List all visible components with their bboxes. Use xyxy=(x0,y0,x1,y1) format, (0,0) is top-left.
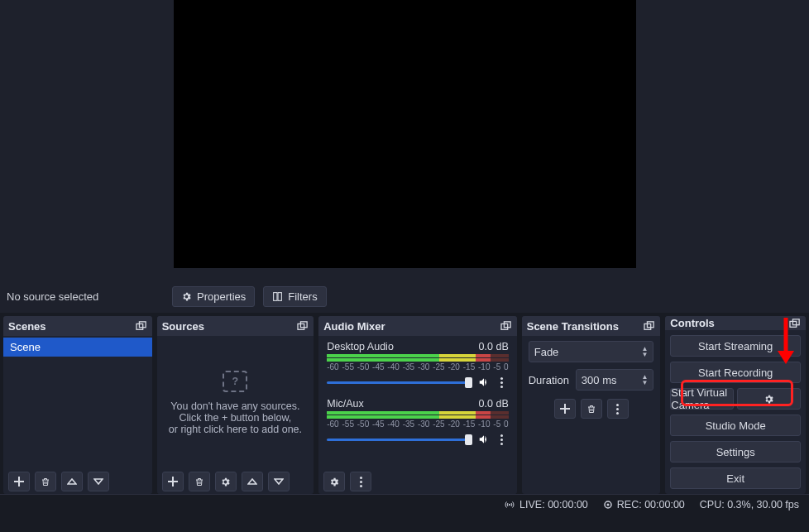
add-transition-button[interactable] xyxy=(554,399,576,419)
start-recording-button[interactable]: Start Recording xyxy=(670,362,801,383)
add-scene-button[interactable] xyxy=(8,472,30,491)
duration-row: Duration 300 ms ▲▼ xyxy=(529,369,654,391)
scenes-panel: Scenes Scene xyxy=(3,316,152,494)
sources-empty-line: Click the + button below, xyxy=(169,412,302,424)
vu-meter: -60-55-50-45-40-35-30-25-20-15-10-50 xyxy=(327,411,509,429)
start-streaming-button[interactable]: Start Streaming xyxy=(670,335,801,357)
channel-name: Mic/Aux xyxy=(327,398,363,410)
controls-list: Start Streaming Start Recording Start Vi… xyxy=(665,330,806,494)
channel-level: 0.0 dB xyxy=(479,341,509,352)
status-cpu: CPU: 0.3%, 30.00 fps xyxy=(700,499,799,510)
channel-menu-button[interactable] xyxy=(495,377,509,388)
source-down-button[interactable] xyxy=(268,472,290,491)
scenes-header: Scenes xyxy=(3,316,152,336)
speaker-icon[interactable] xyxy=(477,434,491,445)
scene-up-button[interactable] xyxy=(61,472,83,491)
transitions-header: Scene Transitions xyxy=(522,316,661,336)
mixer-body: Desktop Audio 0.0 dB -60-55-50-45-40-35-… xyxy=(318,336,517,469)
sources-header: Sources xyxy=(157,316,314,336)
sources-empty-line: or right click here to add one. xyxy=(169,424,302,435)
source-properties-button[interactable] xyxy=(215,472,237,491)
remove-transition-button[interactable] xyxy=(581,399,602,419)
transition-select[interactable]: Fade ▲▼ xyxy=(529,341,654,362)
controls-title: Controls xyxy=(670,317,714,329)
channel-level: 0.0 dB xyxy=(479,398,509,410)
scene-down-button[interactable] xyxy=(88,472,109,491)
preview-canvas[interactable] xyxy=(174,0,636,268)
audio-mixer-panel: Audio Mixer Desktop Audio 0.0 dB -60-55-… xyxy=(318,316,517,494)
sources-footer xyxy=(157,469,314,494)
mixer-channel-mic: Mic/Aux 0.0 dB -60-55-50-45-40-35-30-25-… xyxy=(318,395,517,445)
status-live: LIVE: 00:00:00 xyxy=(504,499,588,510)
scene-item[interactable]: Scene xyxy=(3,338,152,357)
mixer-title: Audio Mixer xyxy=(323,320,385,333)
sources-list[interactable]: ? You don't have any sources. Click the … xyxy=(157,336,314,469)
svg-point-12 xyxy=(509,504,510,506)
speaker-icon[interactable] xyxy=(477,376,491,388)
scenes-list[interactable]: Scene xyxy=(3,336,152,469)
sources-empty: ? You don't have any sources. Click the … xyxy=(157,338,314,467)
popout-icon[interactable] xyxy=(297,321,309,331)
status-bar: LIVE: 00:00:00 REC: 00:00:00 CPU: 0.3%, … xyxy=(0,494,809,514)
duration-label: Duration xyxy=(529,374,569,386)
transitions-panel: Scene Transitions Fade ▲▼ Duration 300 m… xyxy=(522,316,661,494)
sources-panel: Sources ? You don't have any sources. Cl… xyxy=(157,316,314,494)
gear-icon xyxy=(181,291,192,302)
remove-source-button[interactable] xyxy=(189,472,210,491)
controls-header: Controls xyxy=(665,316,806,330)
transition-menu-button[interactable] xyxy=(607,399,629,419)
question-icon: ? xyxy=(223,371,247,392)
volume-slider[interactable] xyxy=(327,381,472,384)
source-up-button[interactable] xyxy=(242,472,263,491)
channel-menu-button[interactable] xyxy=(495,434,509,445)
properties-label: Properties xyxy=(197,290,246,303)
popout-icon[interactable] xyxy=(500,321,512,331)
settings-button[interactable]: Settings xyxy=(670,441,801,463)
filters-button[interactable]: Filters xyxy=(263,286,326,307)
scenes-title: Scenes xyxy=(8,320,46,333)
duration-input[interactable]: 300 ms ▲▼ xyxy=(576,369,654,391)
channel-name: Desktop Audio xyxy=(327,341,394,352)
source-toolbar: No source selected Properties Filters xyxy=(0,280,809,313)
transitions-body: Fade ▲▼ Duration 300 ms ▲▼ xyxy=(522,336,661,424)
properties-button[interactable]: Properties xyxy=(172,286,255,307)
start-virtual-camera-button[interactable]: Start Virtual Camera xyxy=(670,388,734,410)
vu-meter: -60-55-50-45-40-35-30-25-20-15-10-50 xyxy=(327,354,509,371)
studio-mode-button[interactable]: Studio Mode xyxy=(670,415,801,436)
svg-rect-1 xyxy=(278,292,281,300)
preview-area xyxy=(0,0,809,280)
sources-empty-line: You don't have any sources. xyxy=(169,400,302,412)
popout-icon[interactable] xyxy=(136,321,147,331)
volume-slider[interactable] xyxy=(327,439,472,441)
mixer-menu-button[interactable] xyxy=(350,472,371,491)
meter-ticks: -60-55-50-45-40-35-30-25-20-15-10-50 xyxy=(327,362,509,371)
advanced-audio-button[interactable] xyxy=(323,472,345,491)
updown-icon: ▲▼ xyxy=(641,346,648,357)
mixer-header: Audio Mixer xyxy=(318,316,517,336)
virtual-camera-settings-button[interactable] xyxy=(737,388,801,410)
dock-panels: Scenes Scene Sources ? You don xyxy=(0,313,809,494)
svg-point-14 xyxy=(606,503,609,506)
updown-icon: ▲▼ xyxy=(641,374,648,386)
sources-title: Sources xyxy=(162,320,204,333)
filters-label: Filters xyxy=(288,290,317,303)
svg-rect-0 xyxy=(274,292,277,300)
mixer-footer xyxy=(318,469,517,494)
scenes-footer xyxy=(3,469,152,494)
record-icon xyxy=(603,500,613,510)
status-rec: REC: 00:00:00 xyxy=(603,499,685,510)
no-source-label: No source selected xyxy=(7,290,164,303)
mixer-channel-desktop: Desktop Audio 0.0 dB -60-55-50-45-40-35-… xyxy=(318,338,517,388)
transitions-title: Scene Transitions xyxy=(527,320,619,333)
add-source-button[interactable] xyxy=(162,472,184,491)
controls-panel: Controls Start Streaming Start Recording… xyxy=(665,316,806,494)
transition-value: Fade xyxy=(534,346,559,358)
exit-button[interactable]: Exit xyxy=(670,467,801,489)
broadcast-icon xyxy=(504,500,515,510)
meter-ticks: -60-55-50-45-40-35-30-25-20-15-10-50 xyxy=(327,419,509,429)
popout-icon[interactable] xyxy=(789,319,801,328)
duration-value: 300 ms xyxy=(582,374,617,386)
filters-icon xyxy=(272,291,283,302)
remove-scene-button[interactable] xyxy=(35,472,56,491)
popout-icon[interactable] xyxy=(644,321,655,331)
